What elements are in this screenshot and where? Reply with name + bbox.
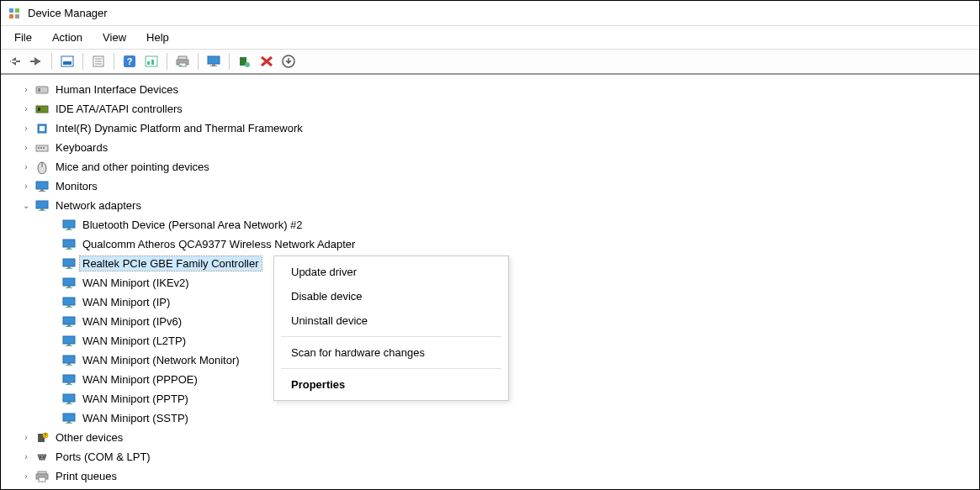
context-update-driver[interactable]: Update driver: [274, 260, 508, 284]
monitor-icon[interactable]: [204, 51, 224, 71]
tree-node[interactable]: ›?Other devices: [1, 428, 979, 447]
network-icon: [61, 372, 77, 387]
port-icon: [34, 450, 50, 465]
chevron-right-icon[interactable]: ›: [21, 104, 31, 114]
toolbar-separator: [51, 53, 52, 70]
tree-node[interactable]: ⌄Network adapters: [1, 196, 979, 215]
chevron-right-icon[interactable]: ›: [21, 452, 31, 462]
context-disable-device[interactable]: Disable device: [274, 284, 508, 308]
mouse-icon: [34, 160, 50, 175]
tree-node[interactable]: ›Monitors: [1, 177, 979, 196]
titlebar: Device Manager: [1, 1, 979, 26]
menu-help[interactable]: Help: [136, 28, 179, 47]
other-icon: ?: [34, 430, 50, 445]
toolbar: ?: [1, 50, 979, 75]
tree-node[interactable]: ›Intel(R) Dynamic Platform and Thermal F…: [1, 119, 979, 138]
uninstall-icon[interactable]: [278, 51, 299, 71]
svg-rect-49: [63, 259, 75, 266]
show-hidden-icon[interactable]: [57, 51, 77, 71]
context-menu: Update driver Disable device Uninstall d…: [273, 256, 509, 401]
svg-rect-52: [63, 278, 75, 286]
svg-rect-40: [36, 201, 48, 208]
svg-rect-72: [66, 403, 72, 404]
menu-action[interactable]: Action: [42, 28, 93, 47]
tree-child-node[interactable]: Qualcomm Atheros QCA9377 Wireless Networ…: [1, 234, 979, 254]
tree-node-label: Keyboards: [53, 140, 110, 155]
tree-node[interactable]: ›Ports (COM & LPT): [1, 447, 979, 466]
print-icon[interactable]: [172, 51, 193, 71]
tree-node[interactable]: ›Mice and other pointing devices: [1, 157, 979, 177]
svg-rect-38: [40, 189, 44, 191]
context-uninstall-device[interactable]: Uninstall device: [274, 308, 508, 333]
chevron-right-icon[interactable]: ›: [21, 162, 31, 172]
svg-rect-69: [66, 384, 72, 385]
tree-node[interactable]: ›Keyboards: [1, 138, 979, 157]
chevron-right-icon[interactable]: ›: [21, 85, 31, 95]
menu-file[interactable]: File: [4, 28, 42, 47]
disable-icon[interactable]: [257, 51, 277, 71]
context-separator: [281, 368, 501, 369]
svg-rect-37: [36, 182, 48, 189]
svg-rect-30: [40, 126, 45, 131]
tree-child-label: WAN Miniport (IPv6): [80, 314, 184, 329]
svg-rect-55: [63, 298, 75, 305]
svg-rect-20: [212, 64, 215, 66]
update-driver-icon[interactable]: [235, 51, 255, 71]
chevron-right-icon[interactable]: ›: [21, 143, 31, 153]
svg-rect-51: [66, 268, 72, 269]
chevron-right-icon[interactable]: ›: [21, 472, 31, 482]
svg-rect-74: [67, 421, 71, 423]
network-icon: [61, 334, 77, 349]
svg-rect-1: [15, 8, 19, 13]
svg-rect-54: [66, 287, 72, 288]
help-icon[interactable]: ?: [119, 51, 140, 71]
device-tree: ›Human Interface Devices›IDE ATA/ATAPI c…: [1, 75, 979, 490]
svg-rect-0: [9, 8, 13, 13]
svg-point-18: [180, 65, 182, 66]
tree-node[interactable]: ›IDE ATA/ATAPI controllers: [1, 99, 979, 119]
tree-node[interactable]: ›Human Interface Devices: [1, 80, 979, 99]
svg-rect-2: [9, 14, 13, 18]
tree-node[interactable]: ›Print queues: [1, 466, 979, 486]
toolbar-separator: [229, 53, 230, 70]
tree-node-label: Other devices: [53, 430, 125, 445]
svg-rect-5: [63, 61, 72, 65]
svg-rect-46: [63, 240, 75, 247]
window-title: Device Manager: [28, 7, 108, 19]
chevron-down-icon[interactable]: ⌄: [21, 201, 31, 211]
svg-rect-62: [67, 344, 71, 345]
svg-point-79: [40, 456, 41, 458]
network-icon: [61, 218, 77, 233]
svg-rect-43: [63, 220, 75, 228]
svg-rect-47: [67, 247, 71, 249]
chevron-right-icon[interactable]: ›: [21, 433, 31, 443]
network-icon: [61, 256, 77, 271]
tree-child-node[interactable]: Bluetooth Device (Personal Area Network)…: [1, 215, 979, 234]
svg-rect-75: [66, 423, 72, 424]
network-icon: [61, 276, 77, 291]
context-scan-hardware[interactable]: Scan for hardware changes: [274, 340, 508, 365]
menubar: File Action View Help: [1, 26, 979, 50]
properties-icon[interactable]: [88, 51, 109, 71]
tree-child-label: WAN Miniport (PPTP): [80, 392, 191, 406]
svg-rect-61: [63, 336, 75, 344]
svg-rect-34: [43, 147, 45, 149]
forward-icon[interactable]: [26, 51, 46, 71]
svg-rect-32: [38, 147, 40, 149]
tree-child-node[interactable]: WAN Miniport (SSTP): [1, 408, 979, 428]
details-icon[interactable]: [141, 51, 162, 71]
tree-node-label: Monitors: [53, 179, 100, 193]
context-properties[interactable]: Properties: [274, 372, 508, 397]
toolbar-separator: [82, 53, 83, 70]
chevron-right-icon[interactable]: ›: [21, 124, 31, 134]
back-icon[interactable]: [4, 51, 24, 71]
toolbar-separator: [198, 53, 199, 70]
tree-node-label: Mice and other pointing devices: [53, 160, 212, 174]
menu-view[interactable]: View: [93, 28, 136, 47]
chevron-right-icon[interactable]: ›: [21, 182, 31, 192]
svg-rect-19: [208, 56, 220, 64]
tree-child-label: Qualcomm Atheros QCA9377 Wireless Networ…: [80, 237, 358, 251]
svg-rect-53: [67, 286, 71, 287]
svg-rect-26: [38, 88, 40, 92]
svg-rect-66: [66, 365, 72, 366]
